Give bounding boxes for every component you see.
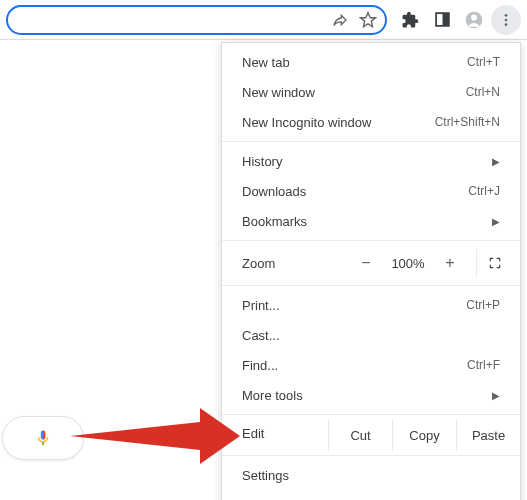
svg-point-6 xyxy=(505,23,508,26)
menu-item-bookmarks[interactable]: Bookmarks ▶ xyxy=(222,206,520,236)
svg-point-4 xyxy=(505,14,508,17)
zoom-value: 100% xyxy=(386,256,430,271)
menu-separator xyxy=(222,240,520,241)
menu-separator xyxy=(222,285,520,286)
menu-item-help[interactable]: Help ▶ xyxy=(222,490,520,500)
zoom-out-button[interactable]: − xyxy=(350,249,382,277)
menu-item-print[interactable]: Print... Ctrl+P xyxy=(222,290,520,320)
menu-item-edit: Edit Cut Copy Paste xyxy=(222,419,520,451)
zoom-controls: − 100% + xyxy=(350,249,512,277)
menu-shortcut: Ctrl+Shift+N xyxy=(435,115,500,129)
kebab-menu-icon[interactable] xyxy=(491,5,521,35)
panel-icon[interactable] xyxy=(427,5,457,35)
menu-item-zoom: Zoom − 100% + xyxy=(222,245,520,281)
edit-label: Edit xyxy=(222,419,328,451)
address-bar[interactable] xyxy=(6,5,387,35)
menu-label: Find... xyxy=(242,358,278,373)
browser-toolbar xyxy=(0,0,527,40)
menu-shortcut: Ctrl+J xyxy=(468,184,500,198)
menu-label: New Incognito window xyxy=(242,115,371,130)
menu-shortcut: Ctrl+F xyxy=(467,358,500,372)
menu-separator xyxy=(222,141,520,142)
menu-item-new-tab[interactable]: New tab Ctrl+T xyxy=(222,47,520,77)
menu-item-cast[interactable]: Cast... xyxy=(222,320,520,350)
menu-shortcut: Ctrl+T xyxy=(467,55,500,69)
copy-button[interactable]: Copy xyxy=(392,419,456,451)
menu-item-settings[interactable]: Settings xyxy=(222,460,520,490)
star-icon[interactable] xyxy=(359,11,377,29)
svg-rect-1 xyxy=(442,13,448,26)
microphone-icon xyxy=(34,426,52,450)
extensions-icon[interactable] xyxy=(395,5,425,35)
menu-shortcut: Ctrl+P xyxy=(466,298,500,312)
chrome-menu: New tab Ctrl+T New window Ctrl+N New Inc… xyxy=(221,42,521,500)
fullscreen-icon xyxy=(488,256,502,270)
share-icon[interactable] xyxy=(331,11,349,29)
svg-point-5 xyxy=(505,18,508,21)
menu-item-more-tools[interactable]: More tools ▶ xyxy=(222,380,520,410)
menu-shortcut: Ctrl+N xyxy=(466,85,500,99)
menu-label: More tools xyxy=(242,388,303,403)
zoom-label: Zoom xyxy=(242,256,350,271)
menu-label: Downloads xyxy=(242,184,306,199)
menu-item-new-window[interactable]: New window Ctrl+N xyxy=(222,77,520,107)
menu-separator xyxy=(222,455,520,456)
menu-label: New window xyxy=(242,85,315,100)
chevron-right-icon: ▶ xyxy=(492,156,500,167)
menu-separator xyxy=(222,414,520,415)
menu-item-downloads[interactable]: Downloads Ctrl+J xyxy=(222,176,520,206)
zoom-in-button[interactable]: + xyxy=(434,249,466,277)
menu-item-find[interactable]: Find... Ctrl+F xyxy=(222,350,520,380)
menu-label: History xyxy=(242,154,282,169)
paste-button[interactable]: Paste xyxy=(456,419,520,451)
menu-label: New tab xyxy=(242,55,290,70)
menu-label: Print... xyxy=(242,298,280,313)
cut-button[interactable]: Cut xyxy=(328,419,392,451)
menu-item-new-incognito[interactable]: New Incognito window Ctrl+Shift+N xyxy=(222,107,520,137)
svg-point-3 xyxy=(471,14,477,20)
chevron-right-icon: ▶ xyxy=(492,216,500,227)
fullscreen-button[interactable] xyxy=(476,249,512,277)
profile-icon[interactable] xyxy=(459,5,489,35)
menu-label: Settings xyxy=(242,468,289,483)
chevron-right-icon: ▶ xyxy=(492,390,500,401)
voice-search-button[interactable] xyxy=(2,416,84,460)
menu-item-history[interactable]: History ▶ xyxy=(222,146,520,176)
menu-label: Cast... xyxy=(242,328,280,343)
menu-label: Bookmarks xyxy=(242,214,307,229)
